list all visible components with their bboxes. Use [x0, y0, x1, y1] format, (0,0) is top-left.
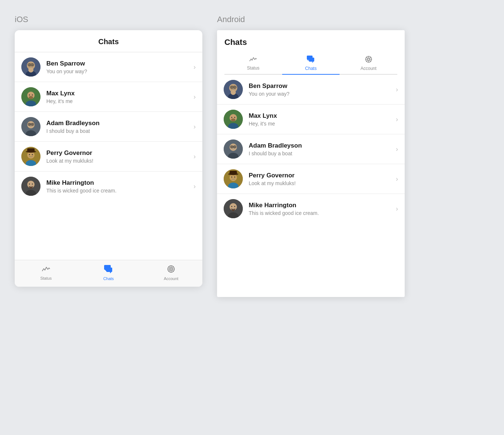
ios-chat-info-adam: Adam Bradleyson I should buy a boat	[46, 120, 191, 134]
ios-platform-label: iOS	[15, 15, 202, 24]
svg-point-7	[32, 64, 33, 66]
ios-chat-name-adam: Adam Bradleyson	[46, 120, 191, 127]
svg-point-95	[231, 206, 233, 207]
ios-avatar-mike	[21, 177, 40, 196]
ios-chevron-mike: ›	[194, 183, 196, 190]
ios-chats-icon	[104, 265, 113, 275]
ios-chats-header: Chats	[15, 30, 202, 52]
android-chat-preview-adam: I should buy a boat	[249, 151, 393, 156]
ios-tab-account-label: Account	[164, 276, 178, 281]
android-chat-name-mike: Mike Harrington	[249, 202, 393, 209]
ios-account-icon	[167, 265, 175, 275]
svg-rect-27	[27, 148, 35, 152]
android-avatar-ben	[224, 80, 243, 99]
android-chat-item-ben[interactable]: Ben Sparrow You on your way? ›	[217, 75, 405, 105]
android-avatar-max	[224, 110, 243, 129]
android-chat-name-adam: Adam Bradleyson	[249, 142, 393, 149]
android-tab-status-label: Status	[247, 66, 259, 71]
svg-rect-51	[309, 57, 315, 61]
ios-avatar-max	[21, 87, 40, 106]
ios-tabbar: Status Chats	[15, 260, 202, 287]
android-chevron-mike: ›	[396, 205, 398, 213]
ios-tab-chats[interactable]: Chats	[77, 263, 140, 282]
ios-chat-name-mike: Mike Harrington	[46, 179, 191, 187]
ios-chat-preview-mike: This is wicked good ice cream.	[46, 188, 191, 194]
svg-point-83	[231, 146, 233, 148]
android-chats-icon	[306, 55, 315, 64]
android-chat-item-perry[interactable]: Perry Governor Look at my mukluks! ›	[217, 164, 405, 194]
svg-point-91	[234, 177, 235, 178]
svg-line-62	[366, 60, 368, 61]
android-chat-preview-perry: Look at my mukluks!	[249, 180, 393, 186]
ios-tab-chats-label: Chats	[103, 276, 114, 281]
ios-chat-name-perry: Perry Governor	[46, 149, 191, 157]
svg-point-68	[231, 87, 233, 88]
ios-tab-status-label: Status	[40, 276, 52, 280]
svg-point-15	[29, 96, 33, 99]
android-account-icon	[365, 55, 373, 64]
android-tab-chats-label: Chats	[305, 66, 316, 71]
svg-point-71	[231, 90, 236, 95]
android-chat-item-mike[interactable]: Mike Harrington This is wicked good ice …	[217, 194, 405, 223]
ios-chat-preview-ben: You on your way?	[46, 68, 191, 74]
android-tabbar: Status Chats	[224, 52, 397, 75]
ios-chat-info-max: Max Lynx Hey, it's me	[46, 90, 191, 104]
android-tab-status[interactable]: Status	[224, 52, 282, 74]
svg-rect-89	[230, 171, 237, 174]
svg-marker-36	[105, 270, 106, 271]
ios-chat-item-adam[interactable]: Adam Bradleyson I should buy a boat ›	[15, 112, 202, 142]
ios-chevron-adam: ›	[194, 123, 196, 131]
ios-chat-item-mike[interactable]: Mike Harrington This is wicked good ice …	[15, 171, 202, 201]
svg-point-29	[32, 154, 33, 155]
android-tab-account[interactable]: Account	[340, 52, 397, 74]
svg-point-77	[231, 119, 235, 121]
android-frame: Chats Status	[217, 30, 405, 297]
svg-line-60	[369, 60, 371, 61]
svg-marker-38	[110, 272, 111, 273]
svg-line-48	[169, 270, 170, 271]
ios-chat-info-ben: Ben Sparrow You on your way?	[46, 60, 191, 74]
svg-line-45	[169, 267, 170, 268]
ios-chevron-perry: ›	[194, 153, 196, 160]
ios-frame: Chats	[15, 30, 202, 287]
ios-chat-name-ben: Ben Sparrow	[46, 60, 191, 67]
android-tab-account-label: Account	[361, 66, 376, 71]
ios-chat-info-perry: Perry Governor Look at my mukluks!	[46, 149, 191, 164]
svg-point-90	[231, 177, 233, 178]
ios-chat-item-ben[interactable]: Ben Sparrow You on your way? ›	[15, 52, 202, 82]
ios-chat-info-mike: Mike Harrington This is wicked good ice …	[46, 179, 191, 194]
ios-avatar-adam	[21, 117, 40, 136]
svg-point-22	[32, 124, 33, 125]
svg-point-34	[32, 184, 33, 185]
android-title: Chats	[224, 38, 397, 47]
svg-point-75	[231, 117, 233, 118]
svg-point-9	[28, 67, 33, 72]
android-chat-item-adam[interactable]: Adam Bradleyson I should buy a boat ›	[217, 134, 405, 164]
ios-chat-item-perry[interactable]: Perry Governor Look at my mukluks! ›	[15, 142, 202, 171]
ios-chat-item-max[interactable]: Max Lynx Hey, it's me ›	[15, 82, 202, 112]
svg-point-69	[234, 87, 235, 88]
svg-point-40	[170, 268, 172, 270]
android-chat-name-ben: Ben Sparrow	[249, 82, 393, 90]
svg-point-6	[29, 64, 30, 66]
svg-point-21	[29, 124, 30, 125]
ios-tab-status[interactable]: Status	[15, 263, 77, 282]
svg-line-46	[172, 270, 173, 271]
android-chat-list: Ben Sparrow You on your way? ›	[217, 75, 405, 223]
android-avatar-adam	[224, 139, 243, 159]
svg-point-54	[368, 58, 370, 60]
ios-chat-preview-adam: I should buy a boat	[46, 128, 191, 134]
svg-point-33	[29, 184, 30, 185]
svg-marker-52	[312, 61, 314, 63]
svg-point-13	[29, 95, 30, 96]
android-chat-preview-ben: You on your way?	[249, 91, 393, 97]
android-chat-name-perry: Perry Governor	[249, 172, 393, 179]
android-platform-label: Android	[217, 15, 405, 24]
svg-line-59	[366, 57, 368, 59]
android-chat-item-max[interactable]: Max Lynx Hey, it's me ›	[217, 105, 405, 134]
ios-chat-preview-perry: Look at my mukluks!	[46, 158, 191, 164]
android-tab-chats[interactable]: Chats	[282, 52, 340, 74]
android-chat-name-max: Max Lynx	[249, 112, 393, 120]
ios-tab-account[interactable]: Account	[140, 263, 202, 282]
ios-avatar-ben	[21, 57, 40, 77]
